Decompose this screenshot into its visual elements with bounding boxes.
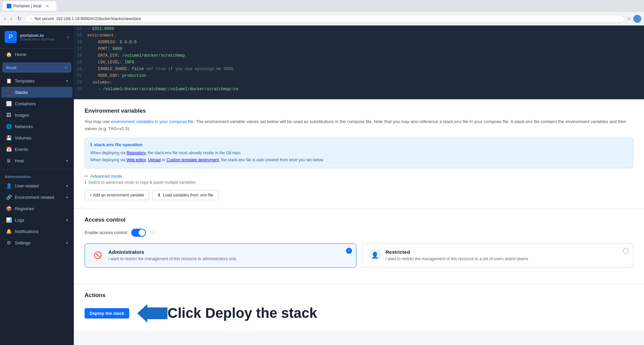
sidebar-divider — [0, 169, 74, 169]
arrow-svg — [137, 304, 167, 323]
compose-file-link[interactable]: environment variables in your compose fi… — [111, 119, 193, 124]
sidebar-item-label: Templates — [15, 78, 35, 83]
upload-icon: ⬆ — [157, 193, 161, 197]
line2-pre: When deploying via — [90, 158, 127, 162]
env-buttons-row: + Add an environment variable ⬆ Load var… — [85, 190, 633, 200]
sidebar: P portainer.io COMMUNITY EDITION « 🏠 Hom… — [0, 25, 74, 345]
forward-btn[interactable]: › — [9, 14, 13, 23]
advanced-mode-link[interactable]: Advanced mode — [90, 174, 122, 179]
custom-template-link[interactable]: Custom template deployment — [166, 158, 219, 162]
line1-post: , the stack.env file must already reside… — [146, 151, 242, 155]
sidebar-item-images[interactable]: 🖼 Images — [1, 110, 72, 120]
sidebar-item-networks[interactable]: 🌐 Networks — [1, 121, 72, 132]
svg-marker-0 — [137, 304, 167, 323]
browser-tab[interactable]: Portainer | local ✕ — [3, 1, 56, 11]
line-num: 21 — [74, 73, 87, 79]
back-btn[interactable]: ‹ — [3, 14, 7, 23]
sidebar-item-label: Images — [15, 113, 29, 118]
sidebar-collapse-btn[interactable]: « — [66, 34, 69, 40]
deploy-stack-btn[interactable]: Deploy the stack — [85, 308, 129, 319]
administrators-card-icon: 🚫 — [92, 249, 104, 261]
info-hint-icon: ℹ — [85, 180, 86, 185]
line-num: 22 — [74, 79, 87, 85]
line-num: 19 — [74, 59, 87, 65]
restricted-card-radio[interactable] — [623, 248, 629, 254]
line-content: LOG_LEVEL: INFO — [87, 59, 644, 65]
url-text[interactable]: 192.168.1.18:9000/#!/2/docker/stacks/new… — [56, 16, 141, 21]
address-bar[interactable]: ⚠ Not secure 192.168.1.18:9000/#!/2/dock… — [25, 15, 625, 23]
code-line-16: 16 ADDRESS: 0.0.0.0 — [74, 39, 644, 46]
registries-icon: 📦 — [6, 206, 11, 211]
web-editor-link[interactable]: Web editor — [127, 158, 146, 162]
card-content: Administrators I want to restrict the ma… — [108, 249, 236, 262]
repository-link[interactable]: Repository — [127, 151, 145, 155]
env-related-icon: 🔗 — [6, 194, 11, 200]
sidebar-item-home[interactable]: 🏠 Home — [1, 49, 72, 60]
info-box-line2: When deploying via Web editor, Upload or… — [90, 157, 628, 163]
templates-chevron-icon: ▾ — [66, 79, 68, 83]
reload-btn[interactable]: ↻ — [16, 14, 23, 23]
profile-btn[interactable] — [633, 15, 641, 23]
sidebar-item-label: Environment-related — [15, 195, 54, 200]
line-content: environment: — [87, 33, 644, 39]
settings-chevron-icon: ▾ — [66, 241, 68, 245]
sidebar-item-label: Stacks — [15, 90, 28, 95]
restricted-card[interactable]: 👤 Restricted I want to restrict the mana… — [362, 243, 634, 268]
advanced-mode-hint-text: Switch to advanced mode to copy & paste … — [88, 180, 196, 185]
env-name[interactable]: local — [6, 65, 16, 70]
logo-icon: P — [5, 31, 17, 43]
actions-row: Deploy the stack Click Deploy the stack — [85, 304, 633, 323]
line2-post: , the stack.env file is auto created fro… — [219, 158, 324, 162]
code-line-15: 15 environment: — [74, 32, 644, 39]
access-control-toggle[interactable] — [131, 229, 146, 237]
line-num: 20 — [74, 66, 87, 72]
browser-chrome: Portainer | local ✕ — [0, 0, 644, 12]
tab-close-btn[interactable]: ✕ — [46, 4, 49, 8]
sidebar-item-templates[interactable]: 📋 Templates ▾ — [1, 75, 72, 86]
logo-sub: COMMUNITY EDITION — [20, 38, 55, 41]
tab-favicon — [7, 4, 11, 8]
sidebar-item-host[interactable]: 🖥 Host ▾ — [1, 155, 72, 166]
upload-link[interactable]: Upload — [148, 158, 161, 162]
user-related-chevron-icon: ▾ — [66, 184, 68, 188]
line-num: 18 — [74, 53, 87, 59]
sidebar-item-containers[interactable]: ⬜ Containers — [1, 98, 72, 109]
sidebar-item-events[interactable]: 📅 Events — [1, 144, 72, 155]
events-icon: 📅 — [6, 147, 11, 152]
line-content: DATA_DIR: /volume1/docker/scratchmap — [87, 53, 644, 59]
env-close-btn[interactable]: ✕ — [64, 65, 67, 70]
bookmark-btn[interactable]: ☆ — [627, 15, 631, 22]
env-variables-desc: You may use environment variables in you… — [85, 118, 633, 132]
info-circle-icon: ℹ — [90, 142, 92, 147]
home-icon: 🏠 — [6, 52, 11, 57]
sidebar-item-label: Events — [15, 147, 28, 152]
code-block-padding — [74, 93, 644, 99]
line-num: 16 — [74, 39, 87, 45]
sidebar-logo: P portainer.io COMMUNITY EDITION « — [0, 25, 74, 49]
load-env-file-btn[interactable]: ⬆ Load variables from .env file — [152, 190, 218, 200]
actions-title: Actions — [85, 292, 633, 299]
stacks-icon: ⬛ — [6, 90, 11, 95]
sidebar-item-logs[interactable]: 📊 Logs ▾ — [1, 215, 72, 225]
pencil-icon: ✏ — [85, 174, 88, 179]
code-line-14: 14 - 8352:8080 — [74, 25, 644, 32]
actions-section: Actions Deploy the stack Click Deploy th… — [74, 284, 644, 331]
add-env-var-btn[interactable]: + Add an environment variable — [85, 190, 149, 200]
sidebar-item-user-related[interactable]: 👤 User-related ▾ — [1, 180, 72, 191]
line-content: - /volume1/docker/scratchmap:/volume1/do… — [87, 86, 644, 92]
line-num: 15 — [74, 33, 87, 39]
sidebar-item-settings[interactable]: ⚙ Settings ▾ — [1, 237, 72, 248]
sidebar-item-volumes[interactable]: 💾 Volumes — [1, 132, 72, 143]
sidebar-item-env-related[interactable]: 🔗 Environment-related ▾ — [1, 192, 72, 203]
line-num: 23 — [74, 86, 87, 92]
annotation-text: Click Deploy the stack — [167, 305, 317, 321]
administrators-card-radio[interactable] — [346, 248, 352, 254]
sidebar-item-stacks[interactable]: ⬛ Stacks — [1, 87, 72, 98]
info-box-title: ℹ stack.env file operation — [90, 142, 628, 147]
sidebar-item-registries[interactable]: 📦 Registries — [1, 203, 72, 214]
administrators-card[interactable]: 🚫 Administrators I want to restrict the … — [85, 243, 356, 268]
enable-access-control-label: Enable access control — [85, 230, 127, 235]
templates-icon: 📋 — [6, 78, 11, 83]
sidebar-item-notifications[interactable]: 🔔 Notifications — [1, 226, 72, 237]
admin-section-label: Administration — [0, 172, 74, 180]
